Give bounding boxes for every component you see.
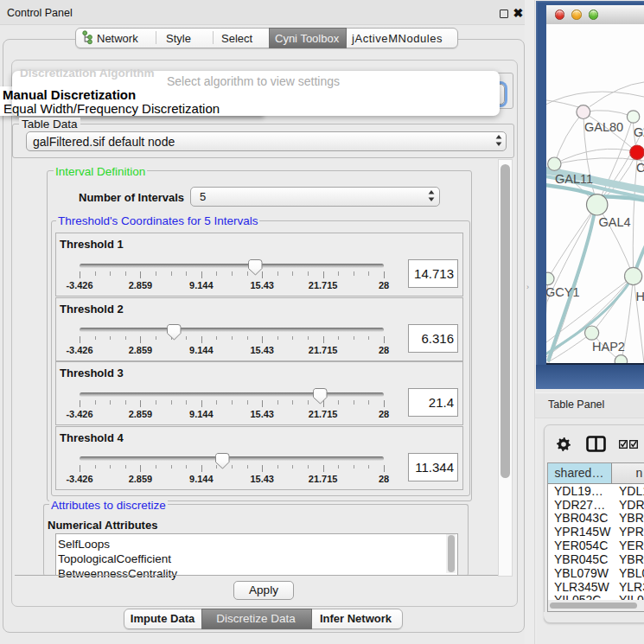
svg-text:HAP2: HAP2 bbox=[592, 340, 625, 354]
svg-text:GCY1: GCY1 bbox=[546, 285, 580, 299]
svg-text:GA: GA bbox=[634, 125, 644, 139]
svg-text:GAL80: GAL80 bbox=[584, 120, 623, 134]
svg-text:GAL4: GAL4 bbox=[599, 215, 631, 229]
svg-text:H: H bbox=[636, 290, 644, 303]
svg-text:C: C bbox=[636, 161, 644, 175]
svg-text:GAL11: GAL11 bbox=[555, 172, 593, 186]
